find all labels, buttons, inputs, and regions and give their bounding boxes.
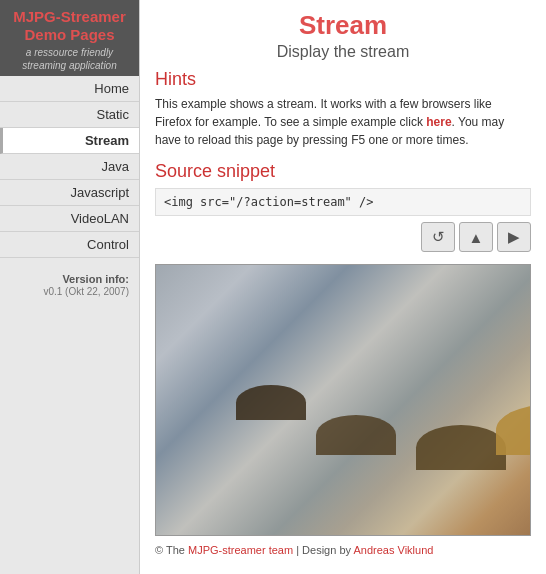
- source-code-block: <img src="/?action=stream" />: [155, 188, 531, 216]
- sidebar-item-videolan[interactable]: VideoLAN: [0, 206, 139, 232]
- page-subtitle: Display the stream: [155, 43, 531, 61]
- upload-button[interactable]: ▲: [459, 222, 493, 252]
- mjpg-streamer-team-link[interactable]: MJPG-streamer team: [188, 544, 293, 556]
- reload-button[interactable]: ↺: [421, 222, 455, 252]
- sidebar-version: Version info: v0.1 (Okt 22, 2007): [0, 273, 139, 297]
- footer-text-before: © The: [155, 544, 188, 556]
- version-label: Version info:: [62, 273, 129, 285]
- source-section: Source snippet <img src="/?action=stream…: [155, 161, 531, 252]
- image-decoration: [416, 425, 506, 470]
- sidebar-item-java[interactable]: Java: [0, 154, 139, 180]
- sidebar: MJPG-Streamer Demo Pages a ressource fri…: [0, 0, 140, 574]
- hints-text: This example shows a stream. It works wi…: [155, 95, 531, 149]
- sidebar-subtitle: a ressource friendlystreaming applicatio…: [5, 46, 134, 72]
- footer-text-middle: | Design by: [293, 544, 353, 556]
- play-button[interactable]: ▶: [497, 222, 531, 252]
- hints-heading: Hints: [155, 69, 531, 90]
- image-decoration: [316, 415, 396, 455]
- sidebar-title: MJPG-Streamer Demo Pages: [5, 8, 134, 44]
- sidebar-header: MJPG-Streamer Demo Pages a ressource fri…: [0, 0, 139, 76]
- version-number: v0.1 (Okt 22, 2007): [43, 286, 129, 297]
- toolbar: ↺ ▲ ▶: [155, 222, 531, 252]
- sidebar-title-line2: Demo Pages: [24, 26, 114, 43]
- page-main-title: Stream: [155, 10, 531, 41]
- sidebar-title-line1: MJPG-Streamer: [13, 8, 126, 25]
- hints-section: Hints This example shows a stream. It wo…: [155, 69, 531, 149]
- sidebar-item-home[interactable]: Home: [0, 76, 139, 102]
- reload-icon: ↺: [432, 228, 445, 246]
- stream-image: [156, 265, 530, 535]
- hints-link[interactable]: here: [426, 115, 451, 129]
- play-icon: ▶: [508, 228, 520, 246]
- main-content: Stream Display the stream Hints This exa…: [140, 0, 546, 574]
- image-decoration: [496, 405, 530, 455]
- image-decoration: [236, 385, 306, 420]
- stream-image-container: [155, 264, 531, 536]
- sidebar-item-stream[interactable]: Stream: [0, 128, 139, 154]
- sidebar-item-control[interactable]: Control: [0, 232, 139, 258]
- upload-icon: ▲: [469, 229, 484, 246]
- designer-link[interactable]: Andreas Viklund: [353, 544, 433, 556]
- sidebar-item-javascript[interactable]: Javascript: [0, 180, 139, 206]
- footer: © The MJPG-streamer team | Design by And…: [155, 544, 531, 556]
- source-heading: Source snippet: [155, 161, 531, 182]
- page-title-area: Stream Display the stream: [155, 10, 531, 61]
- sidebar-item-static[interactable]: Static: [0, 102, 139, 128]
